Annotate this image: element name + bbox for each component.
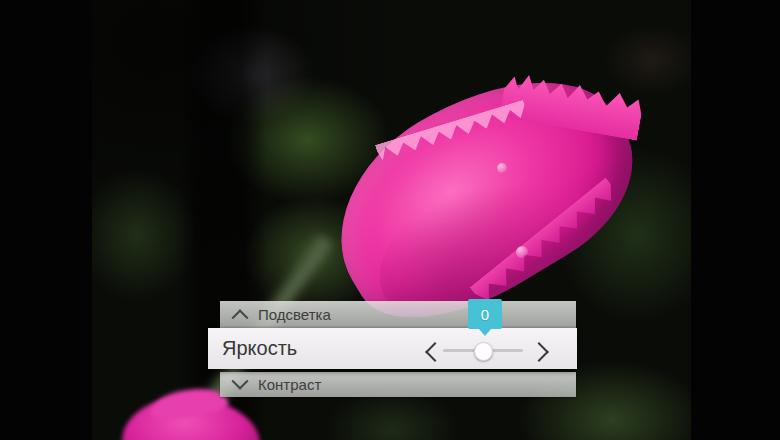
brightness-label: Яркость [222, 337, 297, 360]
osd-row-backlight[interactable]: Подсветка [220, 301, 576, 329]
osd-row-brightness[interactable]: Яркость [208, 328, 577, 369]
backlight-label: Подсветка [258, 306, 331, 323]
slider-increase-arrow-icon[interactable] [529, 342, 549, 362]
osd-row-contrast[interactable]: Контраст [220, 372, 576, 397]
slider-value-bubble: 0 [468, 299, 502, 329]
contrast-label: Контраст [258, 376, 321, 393]
chevron-down-icon [233, 378, 247, 390]
chevron-up-icon [233, 309, 247, 321]
slider-value: 0 [481, 306, 489, 323]
slider-decrease-arrow-icon[interactable] [425, 342, 445, 362]
water-droplet [497, 163, 507, 173]
water-droplet [516, 246, 528, 258]
brightness-slider-handle[interactable] [474, 342, 493, 361]
